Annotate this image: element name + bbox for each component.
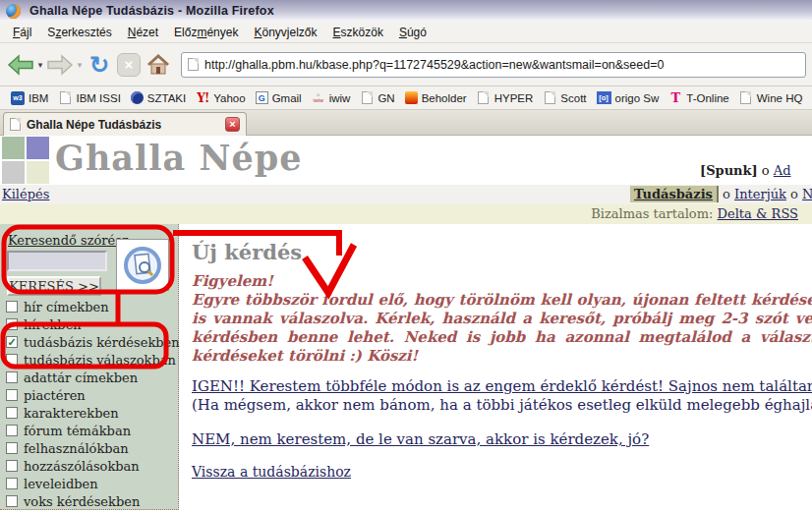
checkbox[interactable] xyxy=(6,336,18,348)
checkbox-adattar-cimekben[interactable]: adattár címekben xyxy=(6,369,177,386)
menu-sugo[interactable]: Súgó xyxy=(391,24,435,41)
checkbox[interactable] xyxy=(6,301,18,313)
checkbox-leveleidben[interactable]: leveleidben xyxy=(6,475,177,492)
bookmark-label: Gmail xyxy=(272,92,302,104)
bookmark-winehq[interactable]: Wine HQ xyxy=(734,89,808,107)
back-dropdown-icon[interactable]: ▾ xyxy=(35,60,45,70)
stop-button[interactable]: × xyxy=(114,50,144,80)
checkbox-label: voks kérdésekben xyxy=(24,494,140,509)
warning-line: Egyre többször fordul elő, hogy törölnöm… xyxy=(192,291,812,310)
menu-fajl[interactable]: Fájl xyxy=(5,24,39,41)
forward-button[interactable] xyxy=(45,50,75,80)
menu-label: önyvjelzők xyxy=(261,26,317,39)
menu-nezet[interactable]: Nézet xyxy=(120,24,166,41)
bookmark-label: SZTAKI xyxy=(147,92,186,104)
checkbox[interactable] xyxy=(6,495,18,507)
no-not-searched-link[interactable]: NEM, nem kerestem, de le van szarva, akk… xyxy=(192,430,649,449)
page-icon xyxy=(362,91,373,104)
bookmark-yahoo[interactable]: Yahoo xyxy=(191,89,250,107)
checkbox[interactable] xyxy=(6,442,18,454)
firefox-icon xyxy=(6,4,21,19)
checkbox-karakterekben[interactable]: karakterekben xyxy=(6,404,177,422)
bookmark-label: iwiw xyxy=(329,92,351,104)
search-icon-button[interactable] xyxy=(116,239,169,291)
checkbox-hirekben[interactable]: hírekben xyxy=(6,315,177,333)
url-text[interactable]: http://ghalla.pbm.hu/kbase.php?q=1172745… xyxy=(204,58,664,72)
checkbox-hir-cimekben[interactable]: hír címekben xyxy=(6,298,177,315)
yes-searched-link[interactable]: IGEN!! Kerestem többféle módon is az eng… xyxy=(192,377,812,396)
checkbox[interactable] xyxy=(6,425,18,436)
reload-icon: ↻ xyxy=(89,53,109,77)
page-icon xyxy=(478,91,489,104)
checkbox-label: karakterekben xyxy=(24,406,119,421)
bookmark-scott[interactable]: Scott xyxy=(538,89,591,107)
checkbox[interactable] xyxy=(6,407,18,419)
checkbox-label: hozzászólásokban xyxy=(24,459,140,474)
warning-line: kérdéseket törölni :) Köszi! xyxy=(192,347,812,366)
bookmark-distrowatch[interactable]: DistroWat xyxy=(807,89,812,107)
checkbox-tudasbazis-kerdesekben[interactable]: tudásbázis kérdésekben xyxy=(6,333,177,351)
menu-label: szközök xyxy=(341,26,383,39)
checkbox[interactable] xyxy=(6,354,18,366)
bookmark-ibm[interactable]: IBM xyxy=(6,89,53,107)
nav-nap[interactable]: Nap xyxy=(802,187,812,201)
checkbox-label: felhasználókban xyxy=(24,441,129,456)
warning-line: kérdésben benne lehet. Neked is jobb ha … xyxy=(192,328,812,347)
username: [Spunk] xyxy=(700,163,758,178)
checkbox-voks-kerdesekben[interactable]: voks kérdésekben xyxy=(6,492,177,510)
site-header: Ghalla Népe [Spunk] o Ad xyxy=(0,136,812,185)
bookmark-gmail[interactable]: Gmail xyxy=(251,89,307,106)
menu-szerkesztes[interactable]: Szerkesztés xyxy=(39,24,119,41)
bookmark-label: T-Online xyxy=(686,92,728,104)
bookmark-label: origo Sw xyxy=(615,92,660,104)
forward-dropdown-icon[interactable]: ▾ xyxy=(75,60,85,70)
search-button[interactable]: KERESÉS >> xyxy=(7,276,101,296)
logout-link[interactable]: Kilépés xyxy=(2,185,49,204)
checkbox-hozzaszolasokban[interactable]: hozzászólásokban xyxy=(6,457,177,475)
checkbox[interactable] xyxy=(6,371,18,383)
window-titlebar[interactable]: Ghalla Népe Tudásbázis - Mozilla Firefox xyxy=(0,0,812,22)
tab-bar[interactable]: Ghalla Népe Tudásbázis xyxy=(0,110,812,136)
bookmark-tonline[interactable]: T-Online xyxy=(664,89,733,107)
page-icon xyxy=(10,118,21,131)
menu-accel: S xyxy=(399,26,407,39)
user-link[interactable]: Ad xyxy=(774,163,791,178)
note-line: (Ha mégsem, akkor nem bánom, ha a többi … xyxy=(192,396,812,415)
bookmark-hyper[interactable]: HYPER xyxy=(472,89,539,107)
page-icon xyxy=(188,58,199,71)
menu-eszkozok[interactable]: Eszközök xyxy=(325,24,391,41)
back-to-knowledgebase-link[interactable]: Vissza a tudásbázishoz xyxy=(192,463,351,482)
search-sidebar: Keresendő szórész: KERESÉS >> hír címekb… xyxy=(0,224,179,510)
nav-interjuk[interactable]: Interjúk xyxy=(734,187,786,201)
warning-title: Figyelem! xyxy=(192,272,812,291)
page-content: Ghalla Népe [Spunk] o Ad Kilépés Tudásbá… xyxy=(0,136,812,513)
menu-elozmenyek[interactable]: Előzmények xyxy=(166,24,246,41)
checkbox-label: fórum témákban xyxy=(24,424,131,438)
tab-ghalla-nepe[interactable]: Ghalla Népe Tudásbázis xyxy=(3,112,247,136)
menu-konyvjelzok[interactable]: Könyvjelzők xyxy=(246,24,324,41)
bookmark-beholder[interactable]: Beholder xyxy=(400,89,472,106)
checkbox-forum-temakban[interactable]: fórum témákban xyxy=(6,422,177,439)
bookmark-gn[interactable]: GN xyxy=(355,89,399,107)
search-input[interactable] xyxy=(7,251,107,271)
bookmark-origo[interactable]: origo Sw xyxy=(592,89,665,106)
reload-button[interactable]: ↻ xyxy=(85,50,114,80)
nav-tudasbazis[interactable]: Tudásbázis xyxy=(630,186,719,202)
search-label: Keresendő szórész: xyxy=(8,233,133,248)
bookmark-sztaki[interactable]: SZTAKI xyxy=(126,89,191,106)
home-button[interactable] xyxy=(144,50,173,80)
back-button[interactable] xyxy=(6,50,35,80)
url-bar[interactable]: http://ghalla.pbm.hu/kbase.php?q=1172745… xyxy=(181,52,806,78)
tab-close-icon[interactable] xyxy=(225,117,240,132)
checkbox[interactable] xyxy=(6,478,18,489)
bookmark-ibm-issi[interactable]: IBM ISSI xyxy=(53,89,125,107)
checkbox[interactable] xyxy=(6,460,18,472)
checkbox[interactable] xyxy=(6,389,18,401)
checkbox-label: tudásbázis kérdésekben xyxy=(24,335,180,350)
bookmark-iwiw[interactable]: iwiw xyxy=(307,89,356,107)
delta-rss-link[interactable]: Delta & RSS xyxy=(718,206,798,221)
checkbox-piacteren[interactable]: piactéren xyxy=(6,386,177,404)
checkbox-felhasznalokban[interactable]: felhasználókban xyxy=(6,439,177,457)
checkbox[interactable] xyxy=(6,318,18,330)
checkbox-tudasbazis-valaszokban[interactable]: tudásbázis válaszokban xyxy=(6,351,177,369)
